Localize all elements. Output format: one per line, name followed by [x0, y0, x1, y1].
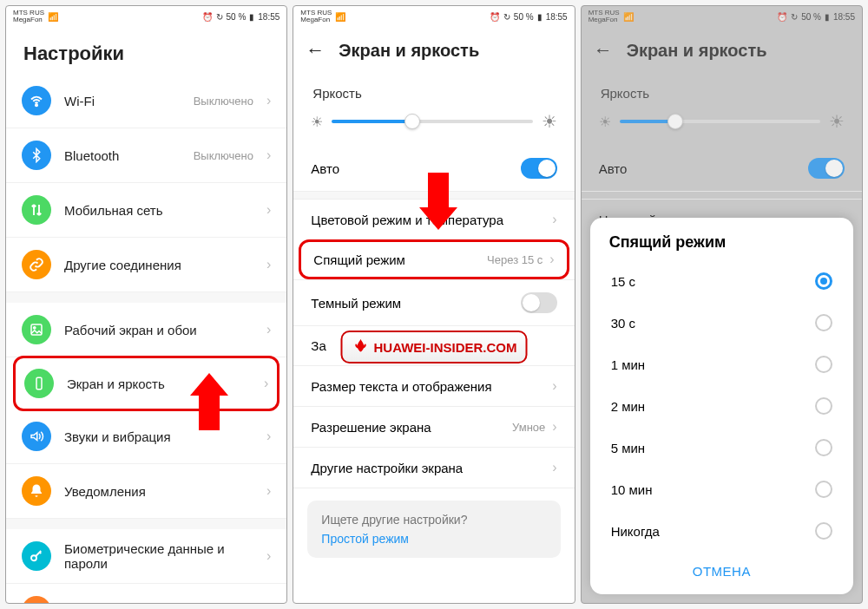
dark-mode-toggle[interactable] — [521, 292, 557, 313]
radio-icon — [815, 314, 832, 331]
key-icon — [22, 541, 51, 571]
clock: 18:55 — [546, 12, 568, 22]
option-label: 30 с — [611, 316, 635, 331]
back-button[interactable]: ← — [306, 39, 325, 62]
brightness-label: Яркость — [582, 70, 862, 106]
signal-icon: 📶 — [48, 12, 58, 22]
battery-icon: ▮ — [249, 12, 254, 22]
chevron-right-icon: › — [264, 376, 268, 391]
display-icon — [24, 369, 54, 398]
chevron-right-icon: › — [552, 212, 556, 227]
sun-low-icon: ☀ — [311, 114, 323, 130]
setting-other-display[interactable]: Другие настройки экрана › — [293, 447, 574, 488]
battery-percent: 50 % — [227, 12, 247, 22]
chevron-right-icon: › — [266, 322, 271, 337]
item-label: Биометрические данные и пароли — [64, 541, 253, 571]
option-label: 5 мин — [611, 441, 646, 455]
option-10min[interactable]: 10 мин — [590, 468, 853, 510]
brightness-slider[interactable] — [620, 120, 820, 123]
annotation-arrow-up-icon — [199, 373, 228, 430]
option-never[interactable]: Никогда — [590, 510, 853, 552]
svg-rect-1 — [31, 324, 42, 335]
settings-item-bluetooth[interactable]: Bluetooth Выключено › — [6, 128, 286, 183]
option-15s[interactable]: 15 с — [590, 260, 853, 302]
option-label: Никогда — [611, 524, 660, 539]
settings-item-other-conn[interactable]: Другие соединения › — [6, 238, 286, 292]
mobile-network-icon — [22, 195, 51, 225]
signal-icon: 📶 — [335, 12, 345, 22]
setting-sleep-mode[interactable]: Спящий режим Через 15 с › — [299, 239, 569, 279]
cancel-button[interactable]: ОТМЕНА — [590, 552, 853, 591]
brightness-label: Яркость — [293, 70, 574, 106]
setting-resolution[interactable]: Разрешение экрана Умное › — [293, 406, 574, 447]
page-title: Настройки — [6, 27, 286, 74]
settings-item-mobile[interactable]: Мобильная сеть › — [6, 183, 286, 238]
radio-icon — [815, 481, 832, 498]
radio-icon — [815, 439, 832, 456]
svg-point-4 — [31, 555, 36, 560]
option-1min[interactable]: 1 мин — [590, 344, 853, 385]
radio-icon — [815, 397, 832, 415]
brightness-slider[interactable] — [332, 120, 532, 123]
link-icon — [22, 250, 51, 279]
settings-list: Wi-Fi Выключено › Bluetooth Выключено › … — [6, 74, 286, 603]
row-label: Другие настройки экрана — [311, 461, 545, 475]
chevron-right-icon: › — [266, 147, 271, 163]
settings-item-wifi[interactable]: Wi-Fi Выключено › — [6, 74, 286, 128]
huawei-logo-icon — [351, 337, 370, 357]
settings-item-wallpaper[interactable]: Рабочий экран и обои › — [6, 303, 286, 357]
setting-text-size[interactable]: Размер текста и отображения › — [293, 365, 574, 406]
auto-brightness-row[interactable]: Авто — [582, 146, 862, 192]
item-value: Выключено — [194, 149, 253, 162]
alarm-icon: ⏰ — [202, 12, 213, 22]
annotation-arrow-down-icon — [428, 173, 457, 230]
watermark-badge: HUAWEI-INSIDER.COM — [340, 331, 527, 363]
battery-percent: 50 % — [801, 12, 821, 22]
row-value: Через 15 с — [487, 253, 542, 266]
item-label: Wi-Fi — [64, 94, 181, 108]
settings-item-notifications[interactable]: Уведомления › — [6, 464, 286, 519]
chevron-right-icon: › — [549, 252, 554, 267]
settings-item-display[interactable]: Экран и яркость › — [13, 356, 279, 411]
settings-item-sound[interactable]: Звуки и вибрация › — [6, 409, 286, 464]
row-value: Умное — [512, 421, 545, 434]
auto-toggle[interactable] — [808, 158, 845, 179]
item-value: Выключено — [194, 95, 253, 108]
search-link[interactable]: Простой режим — [321, 532, 546, 546]
carrier-2: MegaFon — [13, 16, 44, 23]
option-5min[interactable]: 5 мин — [590, 427, 853, 468]
search-suggestion-card: Ищете другие настройки? Простой режим — [307, 501, 560, 558]
option-2min[interactable]: 2 мин — [590, 385, 853, 427]
sun-high-icon: ☀ — [542, 111, 557, 132]
row-label: Разрешение экрана — [311, 420, 505, 435]
setting-dark-mode[interactable]: Темный режим — [293, 279, 574, 325]
battery-icon: ▮ — [537, 12, 542, 22]
svg-point-0 — [36, 104, 37, 106]
phone-settings-main: MTS RUS MegaFon 📶 ⏰ ↻ 50 % ▮ 18:55 Настр… — [5, 5, 287, 604]
apps-icon — [22, 596, 51, 603]
option-30s[interactable]: 30 с — [590, 302, 853, 344]
item-label: Другие соединения — [64, 258, 253, 272]
alarm-icon: ⏰ — [490, 12, 500, 22]
page-title: Экран и яркость — [627, 41, 767, 61]
settings-item-biometric[interactable]: Биометрические данные и пароли › — [6, 529, 286, 584]
sound-icon — [22, 422, 51, 451]
image-icon — [22, 315, 51, 344]
item-label: Мобильная сеть — [64, 203, 253, 218]
status-bar: MTS RUS MegaFon 📶 ⏰ ↻ 50 % ▮ 18:55 — [582, 6, 862, 27]
item-label: Bluetooth — [64, 148, 181, 163]
settings-item-apps[interactable]: Приложения › — [6, 584, 286, 603]
item-label: Звуки и вибрация — [64, 429, 253, 444]
carrier-2: MegaFon — [300, 16, 332, 23]
sync-icon: ↻ — [503, 12, 510, 22]
auto-label: Авто — [599, 161, 628, 176]
brightness-slider-row: ☀ ☀ — [582, 106, 862, 146]
back-button[interactable]: ← — [594, 39, 613, 62]
search-prompt: Ищете другие настройки? — [321, 513, 546, 527]
radio-icon — [815, 522, 832, 540]
auto-toggle[interactable] — [521, 158, 557, 179]
chevron-right-icon: › — [552, 460, 556, 475]
sun-low-icon: ☀ — [599, 114, 611, 130]
radio-icon — [815, 272, 832, 290]
watermark-text: HUAWEI-INSIDER.COM — [373, 340, 516, 355]
